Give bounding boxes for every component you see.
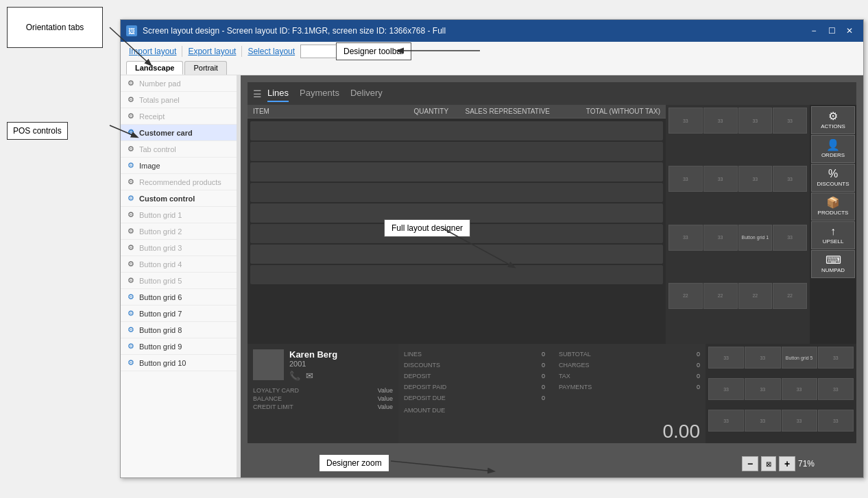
grid-cell[interactable]: 33 — [738, 108, 773, 134]
loyalty-card-row: LOYALTY CARD Value — [253, 386, 393, 395]
title-controls: − ☐ ✕ — [806, 23, 858, 38]
panel-item-button-grid-10[interactable]: ⚙ Button grid 10 — [121, 355, 237, 371]
bottom-grid-cell-labeled[interactable]: Button grid 5 — [782, 347, 817, 369]
grid-cell[interactable]: 33 — [668, 225, 703, 251]
panel-item-receipt[interactable]: ⚙ Receipt — [121, 108, 237, 125]
col-header-qty: QUANTITY — [406, 108, 457, 115]
bottom-grid-cell[interactable]: 33 — [745, 347, 780, 369]
pos-bottom-section: Karen Berg 2001 📞 ✉ L — [248, 344, 856, 443]
pos-tab-delivery[interactable]: Delivery — [350, 85, 383, 102]
table-row[interactable] — [250, 265, 663, 284]
grid-cell-button-grid-1[interactable]: Button grid 1 — [738, 225, 773, 251]
panel-item-totals-panel[interactable]: ⚙ Totals panel — [121, 92, 237, 108]
zoom-level: 71% — [798, 459, 822, 469]
numpad-button[interactable]: ⌨ NUMPAD — [811, 250, 855, 278]
bottom-grid-cell[interactable]: 33 — [818, 378, 854, 400]
bottom-grid-cell[interactable]: 33 — [745, 378, 780, 400]
content-area: ⚙ Number pad ⚙ Totals panel ⚙ Receipt ⚙ … — [121, 75, 863, 477]
grid-cell[interactable]: 22 — [703, 283, 738, 309]
panel-item-button-grid-3[interactable]: ⚙ Button grid 3 — [121, 240, 237, 256]
table-row[interactable] — [250, 245, 663, 264]
col-header-rep: SALES REPRESENTATIVE — [457, 108, 559, 115]
grid-cell[interactable]: 33 — [703, 108, 738, 134]
grid-cell[interactable]: 22 — [773, 283, 807, 309]
pos-controls-annotation: POS controls — [7, 122, 68, 140]
gear-icon-tab-control: ⚙ — [126, 145, 135, 153]
panel-item-number-pad[interactable]: ⚙ Number pad — [121, 75, 237, 92]
table-row[interactable] — [250, 183, 663, 202]
upsell-button[interactable]: ↑ UPSELL — [811, 221, 855, 249]
grid-cell[interactable]: 33 — [738, 166, 773, 192]
panel-item-custom-control[interactable]: ⚙ Custom control — [121, 190, 237, 207]
panel-item-tab-control[interactable]: ⚙ Tab control — [121, 141, 237, 158]
zoom-in-button[interactable]: + — [779, 456, 795, 471]
toolbar-row: Import layout Export layout Select layou… — [126, 45, 858, 58]
orders-icon: 👤 — [826, 140, 840, 151]
grid-cell[interactable]: 33 — [703, 166, 738, 192]
hamburger-icon[interactable]: ☰ — [253, 88, 262, 99]
pos-tab-payments[interactable]: Payments — [300, 85, 339, 102]
bottom-grid-cell[interactable]: 33 — [745, 410, 780, 432]
grid-cell[interactable]: 33 — [668, 108, 703, 134]
left-panel: ⚙ Number pad ⚙ Totals panel ⚙ Receipt ⚙ … — [121, 75, 237, 477]
bottom-grid-cell[interactable]: 33 — [782, 378, 817, 400]
gear-icon-recommended: ⚙ — [126, 177, 135, 186]
select-layout-button[interactable]: Select layout — [245, 45, 298, 58]
panel-item-button-grid-9[interactable]: ⚙ Button grid 9 — [121, 338, 237, 355]
panel-item-button-grid-7[interactable]: ⚙ Button grid 7 — [121, 306, 237, 322]
bottom-grid-cell[interactable]: 33 — [708, 410, 744, 432]
panel-item-image[interactable]: ⚙ Image — [121, 158, 237, 174]
import-layout-button[interactable]: Import layout — [126, 45, 179, 58]
credit-limit-row: CREDIT LIMIT Value — [253, 403, 393, 411]
table-row[interactable] — [250, 162, 663, 182]
grid-cell[interactable]: 33 — [703, 225, 738, 251]
panel-item-recommended[interactable]: ⚙ Recommended products — [121, 174, 237, 190]
designer-zoom-callout: Designer zoom — [319, 454, 389, 472]
panel-item-button-grid-1[interactable]: ⚙ Button grid 1 — [121, 207, 237, 223]
orders-button[interactable]: 👤 ORDERS — [811, 135, 855, 163]
bottom-grid-cell[interactable]: 33 — [708, 378, 744, 400]
panel-item-button-grid-5[interactable]: ⚙ Button grid 5 — [121, 273, 237, 289]
bottom-grid-cell[interactable]: 33 — [708, 347, 744, 369]
table-row[interactable] — [250, 142, 663, 161]
panel-item-button-grid-8[interactable]: ⚙ Button grid 8 — [121, 322, 237, 338]
panel-item-button-grid-6[interactable]: ⚙ Button grid 6 — [121, 289, 237, 306]
panel-item-button-grid-2[interactable]: ⚙ Button grid 2 — [121, 223, 237, 240]
actions-button[interactable]: ⚙ ACTIONS — [811, 106, 855, 134]
grid-cell[interactable]: 33 — [668, 166, 703, 192]
panel-item-customer-card[interactable]: ⚙ Customer card — [121, 125, 237, 141]
products-button[interactable]: 📦 PRODUCTS — [811, 192, 855, 221]
maximize-button[interactable]: ☐ — [823, 23, 840, 38]
bottom-grid-cell[interactable]: 33 — [818, 410, 854, 432]
close-button[interactable]: ✕ — [841, 23, 858, 38]
customer-icons: 📞 ✉ — [289, 371, 337, 381]
orientation-tab-bar: Landscape Portrait — [126, 61, 858, 75]
landscape-tab[interactable]: Landscape — [126, 61, 183, 75]
gear-icon-button-grid-6: ⚙ — [126, 292, 135, 301]
col-header-item: ITEM — [253, 108, 406, 115]
grid-cell[interactable]: 33 — [773, 225, 807, 251]
grid-cell[interactable]: 33 — [773, 108, 807, 134]
grid-cell[interactable]: 22 — [738, 283, 773, 309]
pos-tab-lines[interactable]: Lines — [267, 85, 289, 102]
zoom-fit-button[interactable]: ⊠ — [761, 456, 776, 471]
export-layout-button[interactable]: Export layout — [185, 45, 239, 58]
actions-icon: ⚙ — [828, 111, 838, 122]
pos-layout-preview: ☰ Lines Payments Delivery ITEM — [248, 82, 856, 443]
loyalty-rows: LOYALTY CARD Value BALANCE Value CREDIT … — [253, 386, 393, 411]
bottom-grid-cell[interactable]: 33 — [818, 347, 854, 369]
panel-item-button-grid-4[interactable]: ⚙ Button grid 4 — [121, 256, 237, 273]
minimize-button[interactable]: − — [806, 23, 822, 38]
lines-total-row: LINES 0 — [404, 349, 545, 359]
discounts-button[interactable]: % DISCOUNTS — [811, 164, 855, 192]
bottom-grid-cell[interactable]: 33 — [782, 410, 817, 432]
totals-grid: LINES 0 SUBTOTAL 0 DISCOUNTS 0 — [404, 349, 700, 403]
portrait-tab[interactable]: Portrait — [184, 61, 226, 75]
grid-cell[interactable]: 22 — [668, 283, 703, 309]
zoom-out-button[interactable]: − — [742, 456, 758, 471]
table-row[interactable] — [250, 121, 663, 140]
gear-icon-button-grid-9: ⚙ — [126, 342, 135, 351]
grid-cell[interactable]: 33 — [773, 166, 807, 192]
deposit-due-row: DEPOSIT DUE 0 — [404, 393, 545, 403]
gear-icon-receipt: ⚙ — [126, 112, 135, 121]
